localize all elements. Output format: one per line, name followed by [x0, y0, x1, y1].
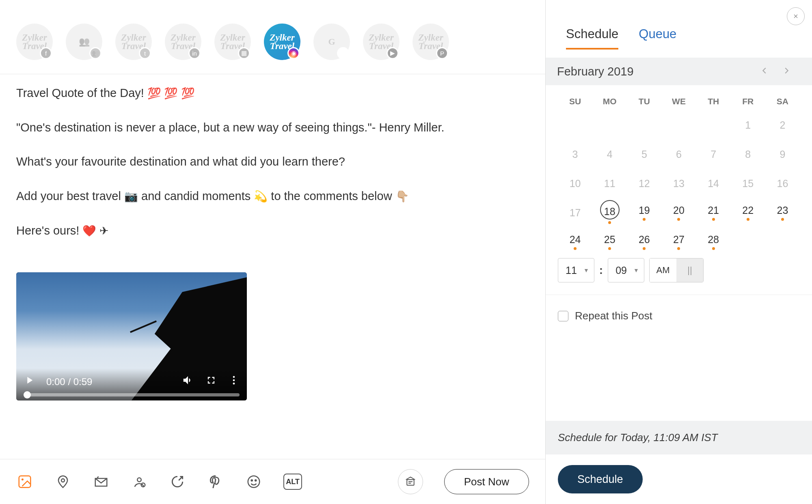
- compose-toolbar: ALT Post Now: [0, 459, 545, 504]
- calendar-day[interactable]: 6: [661, 139, 696, 168]
- calendar-day[interactable]: 19: [627, 197, 661, 226]
- tab-queue[interactable]: Queue: [639, 27, 676, 50]
- compose-text: and candid moments: [138, 190, 254, 202]
- alt-text-button[interactable]: ALT: [283, 474, 302, 490]
- calendar-day[interactable]: 28: [696, 226, 731, 256]
- calendar: SUMOTUWETHFRSA 1234567891011121314151617…: [546, 85, 812, 256]
- calendar-day[interactable]: 11: [592, 168, 627, 197]
- next-month-button[interactable]: [775, 63, 797, 80]
- shorten-link-button[interactable]: [169, 473, 186, 490]
- hour-select[interactable]: 11▼: [558, 258, 594, 282]
- calendar-day[interactable]: 5: [627, 139, 661, 168]
- calendar-day[interactable]: 9: [765, 139, 800, 168]
- svg-rect-11: [407, 480, 414, 485]
- channel-fbp[interactable]: ZylkerTravel▦: [214, 24, 251, 60]
- calendar-day[interactable]: 15: [731, 168, 765, 197]
- calendar-day-dot: [712, 247, 715, 250]
- calendar-day[interactable]: 13: [661, 168, 696, 197]
- pin-badge-icon: P: [436, 47, 448, 59]
- calendar-day[interactable]: 7: [696, 139, 731, 168]
- calendar-dow: SU: [558, 93, 592, 110]
- heart-plane-emoji: ❤️ ✈: [82, 225, 109, 237]
- calendar-day[interactable]: 2: [765, 110, 800, 139]
- channel-fb[interactable]: ZylkerTravelf: [16, 24, 53, 60]
- video-seek-thumb[interactable]: [24, 391, 31, 398]
- calendar-day[interactable]: 14: [696, 168, 731, 197]
- volume-icon[interactable]: [182, 374, 194, 390]
- calendar-day[interactable]: 22: [731, 197, 765, 226]
- am-pm-toggle[interactable]: AM ||: [649, 258, 704, 282]
- calendar-day: [558, 110, 592, 139]
- am-button[interactable]: AM: [650, 258, 676, 282]
- calendar-day[interactable]: 4: [592, 139, 627, 168]
- calendar-month-bar: February 2019: [546, 58, 812, 85]
- save-draft-button[interactable]: [398, 469, 423, 494]
- yt-badge-icon: ▶: [387, 47, 399, 59]
- channel-tw[interactable]: ZylkerTravelt: [115, 24, 152, 60]
- compose-text: Add your best travel: [16, 190, 124, 202]
- calendar-day[interactable]: 16: [765, 168, 800, 197]
- repeat-label: Repeat this Post: [575, 310, 652, 322]
- calendar-day-number: 11: [604, 176, 615, 190]
- schedule-button[interactable]: Schedule: [558, 465, 643, 493]
- post-now-button[interactable]: Post Now: [444, 469, 529, 494]
- channel-ig[interactable]: ZylkerTravel◉: [264, 24, 300, 60]
- repeat-checkbox[interactable]: [558, 311, 568, 321]
- calendar-day-number: 24: [570, 232, 581, 246]
- calendar-day[interactable]: 24: [558, 226, 592, 256]
- calendar-day[interactable]: 25: [592, 226, 627, 256]
- compose-line-1: Travel Quote of the Day! 💯 💯 💯: [16, 85, 529, 101]
- calendar-day-number: 15: [742, 176, 754, 190]
- compose-area[interactable]: Travel Quote of the Day! 💯 💯 💯 "One's de…: [0, 74, 545, 459]
- calendar-day[interactable]: 26: [627, 226, 661, 256]
- pinterest-button[interactable]: [207, 473, 224, 490]
- calendar-day-number: 9: [780, 147, 785, 160]
- calendar-day[interactable]: 17: [558, 197, 592, 226]
- calendar-day[interactable]: 27: [661, 226, 696, 256]
- calendar-day-number: 16: [777, 176, 788, 190]
- channel-yt[interactable]: ZylkerTravel▶: [363, 24, 400, 60]
- calendar-day-number: 4: [607, 147, 613, 160]
- more-icon[interactable]: [228, 375, 240, 390]
- calendar-day-number: 2: [780, 118, 785, 131]
- channel-pin[interactable]: ZylkerTravelP: [412, 24, 449, 60]
- calendar-day-number: 1: [745, 118, 751, 131]
- channel-in[interactable]: ZylkerTravelin: [165, 24, 201, 60]
- calendar-day[interactable]: 8: [731, 139, 765, 168]
- calendar-day-number: 28: [708, 232, 719, 246]
- minute-select[interactable]: 09▼: [608, 258, 644, 282]
- fullscreen-icon[interactable]: [205, 375, 217, 390]
- calendar-day[interactable]: 20: [661, 197, 696, 226]
- add-media-button[interactable]: [16, 473, 33, 490]
- calendar-dow: WE: [661, 93, 696, 110]
- tab-schedule[interactable]: Schedule: [566, 27, 618, 50]
- compose-line-2: "One's destination is never a place, but…: [16, 119, 529, 136]
- emoji-button[interactable]: [245, 473, 262, 490]
- calendar-day[interactable]: 12: [627, 168, 661, 197]
- video-seek-bar[interactable]: [24, 393, 240, 396]
- play-icon[interactable]: [24, 375, 35, 390]
- calendar-day[interactable]: 18: [592, 197, 627, 226]
- svg-point-4: [22, 478, 24, 480]
- calendar-day-dot: [677, 218, 680, 221]
- channel-grp[interactable]: 👥👥: [66, 24, 102, 60]
- calendar-day[interactable]: 10: [558, 168, 592, 197]
- video-attachment[interactable]: 0:00 / 0:59: [16, 272, 247, 401]
- pm-button[interactable]: ||: [676, 258, 703, 282]
- calendar-day[interactable]: 3: [558, 139, 592, 168]
- svg-point-0: [233, 376, 235, 378]
- calendar-dow: FR: [731, 93, 765, 110]
- channel-gg[interactable]: GG: [313, 24, 350, 60]
- svg-point-1: [233, 379, 235, 381]
- add-location-button[interactable]: [54, 473, 71, 490]
- send-for-approval-button[interactable]: [93, 473, 110, 490]
- calendar-day[interactable]: 23: [765, 197, 800, 226]
- close-button[interactable]: [787, 7, 805, 25]
- calendar-day[interactable]: 1: [731, 110, 765, 139]
- prev-month-button[interactable]: [754, 63, 775, 80]
- calendar-day-number: 12: [639, 176, 650, 190]
- svg-point-5: [61, 479, 65, 482]
- calendar-day[interactable]: 21: [696, 197, 731, 226]
- calendar-day: [765, 226, 800, 256]
- tag-users-button[interactable]: [131, 473, 148, 490]
